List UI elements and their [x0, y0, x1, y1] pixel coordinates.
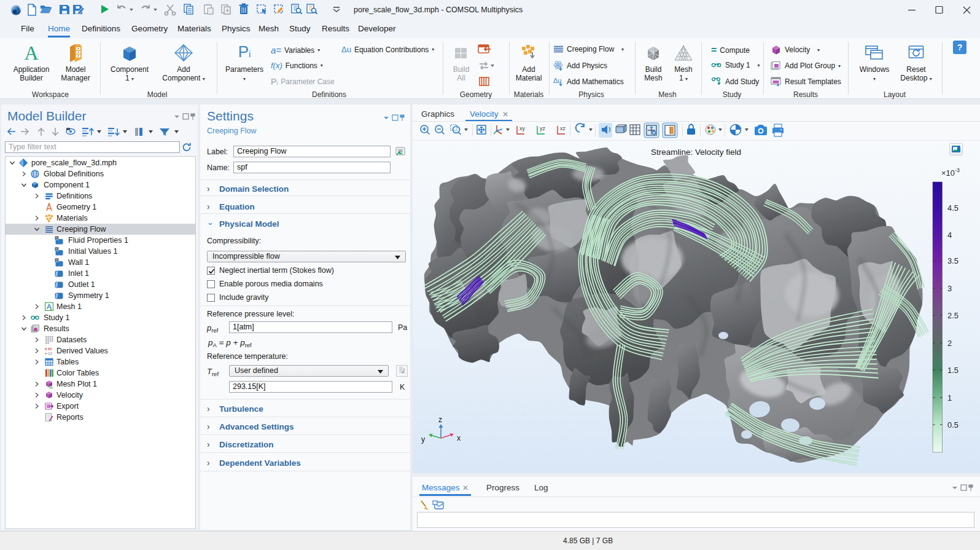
- svg-text:8.85: 8.85: [45, 347, 52, 351]
- svg-text:2.5: 2.5: [947, 311, 959, 320]
- svg-text:x: x: [457, 434, 461, 442]
- svg-text:xy: xy: [519, 125, 526, 132]
- svg-text:4: 4: [947, 230, 952, 240]
- svg-text:1.5: 1.5: [947, 366, 959, 375]
- svg-text:y: y: [421, 435, 426, 444]
- svg-text:e-12: e-12: [45, 352, 53, 355]
- svg-text:1: 1: [947, 393, 952, 403]
- svg-text:z: z: [438, 415, 442, 424]
- svg-text:2: 2: [947, 339, 952, 348]
- svg-text:0.5: 0.5: [947, 420, 959, 430]
- svg-text:3.5: 3.5: [947, 256, 959, 265]
- svg-text:xz: xz: [560, 125, 566, 132]
- svg-text:yz: yz: [540, 125, 546, 132]
- svg-text:3: 3: [947, 284, 952, 293]
- svg-text:4.5: 4.5: [947, 203, 959, 213]
- svg-text:×10-3: ×10-3: [941, 167, 960, 178]
